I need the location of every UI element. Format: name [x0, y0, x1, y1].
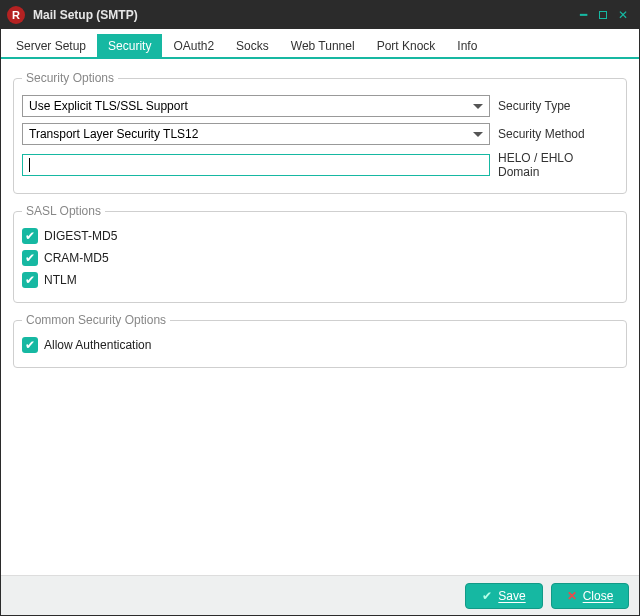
close-button[interactable]: ✕ Close	[551, 583, 629, 609]
text-caret	[29, 158, 30, 172]
security-type-label: Security Type	[498, 99, 618, 113]
footer: ✔ Save ✕ Close	[1, 575, 639, 615]
sasl-options-legend: SASL Options	[22, 204, 105, 218]
security-type-value: Use Explicit TLS/SSL Support	[29, 99, 188, 113]
sasl-options-group: SASL Options ✔ DIGEST-MD5 ✔ CRAM-MD5 ✔ N…	[13, 204, 627, 303]
allow-authentication-checkbox[interactable]: ✔	[22, 337, 38, 353]
cram-md5-checkbox[interactable]: ✔	[22, 250, 38, 266]
tab-socks[interactable]: Socks	[225, 34, 280, 58]
close-icon: ✕	[567, 589, 577, 603]
maximize-button[interactable]	[593, 8, 613, 22]
titlebar: R Mail Setup (SMTP) ━ ✕	[1, 1, 639, 29]
common-security-options-group: Common Security Options ✔ Allow Authenti…	[13, 313, 627, 368]
content-area: Security Options Use Explicit TLS/SSL Su…	[1, 59, 639, 575]
digest-md5-label: DIGEST-MD5	[44, 229, 117, 243]
close-button-label: Close	[583, 589, 614, 603]
common-security-options-legend: Common Security Options	[22, 313, 170, 327]
check-icon: ✔	[482, 589, 492, 603]
tab-server-setup[interactable]: Server Setup	[5, 34, 97, 58]
tab-bar: Server Setup Security OAuth2 Socks Web T…	[1, 29, 639, 59]
digest-md5-checkbox[interactable]: ✔	[22, 228, 38, 244]
window-title: Mail Setup (SMTP)	[33, 8, 138, 22]
save-button-label: Save	[498, 589, 525, 603]
tab-oauth2[interactable]: OAuth2	[162, 34, 225, 58]
minimize-button[interactable]: ━	[573, 8, 593, 22]
app-icon: R	[7, 6, 25, 24]
security-type-dropdown[interactable]: Use Explicit TLS/SSL Support	[22, 95, 490, 117]
security-method-label: Security Method	[498, 127, 618, 141]
allow-authentication-label: Allow Authentication	[44, 338, 151, 352]
close-window-button[interactable]: ✕	[613, 8, 633, 22]
save-button[interactable]: ✔ Save	[465, 583, 543, 609]
security-method-dropdown[interactable]: Transport Layer Security TLS12	[22, 123, 490, 145]
tab-web-tunnel[interactable]: Web Tunnel	[280, 34, 366, 58]
ntlm-label: NTLM	[44, 273, 77, 287]
helo-domain-input[interactable]	[22, 154, 490, 176]
security-method-value: Transport Layer Security TLS12	[29, 127, 198, 141]
ntlm-checkbox[interactable]: ✔	[22, 272, 38, 288]
helo-domain-label: HELO / EHLO Domain	[498, 151, 618, 179]
security-options-legend: Security Options	[22, 71, 118, 85]
tab-security[interactable]: Security	[97, 34, 162, 58]
tab-port-knock[interactable]: Port Knock	[366, 34, 447, 58]
tab-info[interactable]: Info	[446, 34, 488, 58]
cram-md5-label: CRAM-MD5	[44, 251, 109, 265]
security-options-group: Security Options Use Explicit TLS/SSL Su…	[13, 71, 627, 194]
